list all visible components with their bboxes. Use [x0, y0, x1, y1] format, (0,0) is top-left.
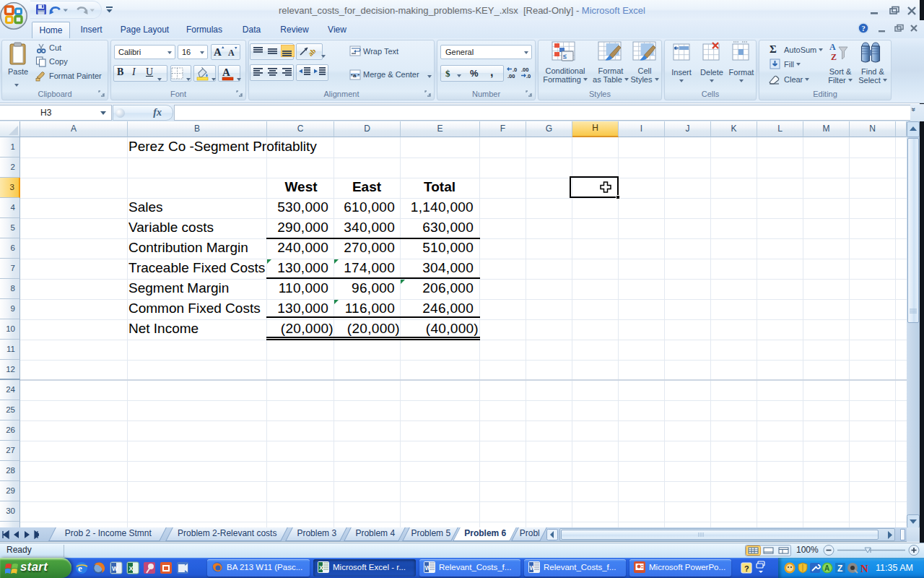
svg-text:.00: .00	[521, 66, 528, 73]
svg-text:?: ?	[861, 25, 865, 33]
svg-text:A: A	[824, 564, 829, 572]
svg-text:Z: Z	[837, 564, 842, 574]
svg-text:Z: Z	[831, 52, 837, 62]
svg-text:X: X	[319, 564, 323, 571]
svg-text:A: A	[214, 46, 222, 58]
svg-text:?: ?	[744, 564, 749, 573]
svg-text:≤: ≤	[563, 53, 567, 60]
svg-text:N: N	[860, 563, 868, 574]
svg-text:A: A	[228, 48, 235, 58]
svg-text:A: A	[829, 42, 836, 52]
svg-text:A: A	[222, 66, 230, 78]
svg-text:a: a	[353, 72, 357, 79]
svg-text:.0: .0	[513, 66, 517, 73]
svg-text:.00: .00	[507, 73, 515, 79]
svg-text:.0: .0	[526, 73, 531, 79]
svg-text:ab: ab	[306, 46, 318, 58]
svg-text:W: W	[112, 565, 118, 572]
svg-text:X: X	[129, 565, 134, 572]
